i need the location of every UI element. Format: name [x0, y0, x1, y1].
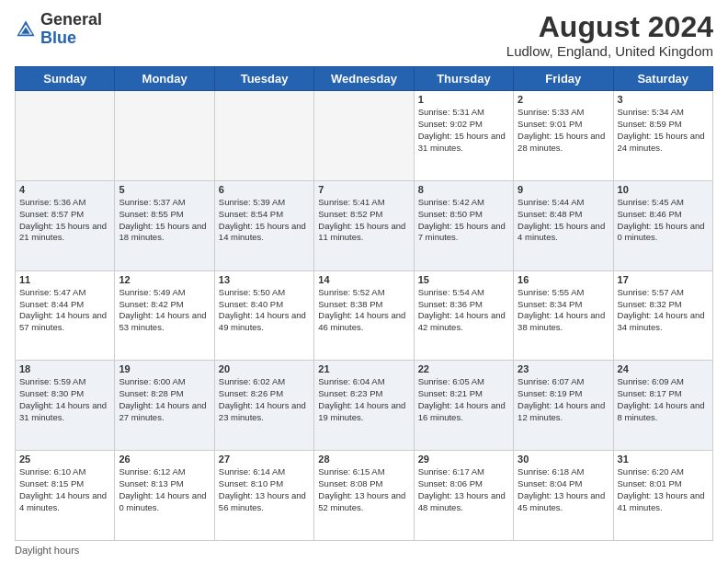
- day-info: Sunrise: 5:45 AM Sunset: 8:46 PM Dayligh…: [618, 197, 709, 244]
- calendar-cell: 17Sunrise: 5:57 AM Sunset: 8:32 PM Dayli…: [613, 270, 712, 361]
- calendar-cell: [16, 91, 115, 181]
- logo-general-text: General: [40, 10, 102, 29]
- footer-note: Daylight hours: [15, 545, 713, 556]
- day-info: Sunrise: 6:05 AM Sunset: 8:21 PM Dayligh…: [418, 376, 509, 423]
- calendar-header-row: SundayMondayTuesdayWednesdayThursdayFrid…: [16, 67, 713, 91]
- day-info: Sunrise: 5:55 AM Sunset: 8:34 PM Dayligh…: [518, 287, 609, 334]
- calendar-cell: 28Sunrise: 6:15 AM Sunset: 8:08 PM Dayli…: [314, 451, 414, 541]
- calendar-cell: 25Sunrise: 6:10 AM Sunset: 8:15 PM Dayli…: [16, 451, 115, 541]
- day-number: 18: [19, 363, 110, 374]
- day-number: 20: [219, 363, 310, 374]
- day-number: 29: [418, 454, 509, 465]
- day-info: Sunrise: 6:17 AM Sunset: 8:06 PM Dayligh…: [418, 466, 509, 513]
- calendar-cell: 8Sunrise: 5:42 AM Sunset: 8:50 PM Daylig…: [414, 180, 513, 270]
- calendar-cell: [314, 91, 414, 181]
- calendar-cell: 3Sunrise: 5:34 AM Sunset: 8:59 PM Daylig…: [613, 91, 712, 181]
- day-info: Sunrise: 5:41 AM Sunset: 8:52 PM Dayligh…: [318, 197, 409, 244]
- calendar-cell: 16Sunrise: 5:55 AM Sunset: 8:34 PM Dayli…: [514, 270, 613, 361]
- calendar-cell: 23Sunrise: 6:07 AM Sunset: 8:19 PM Dayli…: [514, 361, 613, 451]
- calendar-cell: 22Sunrise: 6:05 AM Sunset: 8:21 PM Dayli…: [414, 361, 513, 451]
- calendar-cell: 6Sunrise: 5:39 AM Sunset: 8:54 PM Daylig…: [214, 180, 313, 270]
- calendar-cell: 9Sunrise: 5:44 AM Sunset: 8:48 PM Daylig…: [514, 180, 613, 270]
- day-info: Sunrise: 6:10 AM Sunset: 8:15 PM Dayligh…: [19, 466, 110, 513]
- day-number: 22: [418, 363, 509, 374]
- day-info: Sunrise: 5:59 AM Sunset: 8:30 PM Dayligh…: [19, 376, 110, 423]
- day-number: 5: [119, 184, 210, 195]
- title-block: August 2024 Ludlow, England, United King…: [506, 11, 713, 59]
- day-info: Sunrise: 5:36 AM Sunset: 8:57 PM Dayligh…: [19, 197, 110, 244]
- day-number: 12: [119, 274, 210, 285]
- calendar-cell: 14Sunrise: 5:52 AM Sunset: 8:38 PM Dayli…: [314, 270, 414, 361]
- daylight-label: Daylight hours: [15, 545, 79, 556]
- calendar-cell: 4Sunrise: 5:36 AM Sunset: 8:57 PM Daylig…: [16, 180, 115, 270]
- calendar-cell: [214, 91, 313, 181]
- day-number: 3: [618, 94, 709, 105]
- calendar-cell: 19Sunrise: 6:00 AM Sunset: 8:28 PM Dayli…: [115, 361, 214, 451]
- calendar-cell: 10Sunrise: 5:45 AM Sunset: 8:46 PM Dayli…: [613, 180, 712, 270]
- day-info: Sunrise: 5:57 AM Sunset: 8:32 PM Dayligh…: [618, 287, 709, 334]
- calendar-cell: 31Sunrise: 6:20 AM Sunset: 8:01 PM Dayli…: [613, 451, 712, 541]
- day-number: 30: [518, 454, 609, 465]
- day-number: 11: [19, 274, 110, 285]
- calendar-cell: 7Sunrise: 5:41 AM Sunset: 8:52 PM Daylig…: [314, 180, 414, 270]
- day-info: Sunrise: 5:47 AM Sunset: 8:44 PM Dayligh…: [19, 287, 110, 334]
- day-info: Sunrise: 6:09 AM Sunset: 8:17 PM Dayligh…: [618, 376, 709, 423]
- calendar-table: SundayMondayTuesdayWednesdayThursdayFrid…: [15, 66, 713, 541]
- logo-text: General Blue: [40, 11, 102, 48]
- day-info: Sunrise: 6:00 AM Sunset: 8:28 PM Dayligh…: [119, 376, 210, 423]
- calendar-cell: 1Sunrise: 5:31 AM Sunset: 9:02 PM Daylig…: [414, 91, 513, 181]
- calendar-cell: 21Sunrise: 6:04 AM Sunset: 8:23 PM Dayli…: [314, 361, 414, 451]
- calendar-cell: 26Sunrise: 6:12 AM Sunset: 8:13 PM Dayli…: [115, 451, 214, 541]
- day-number: 25: [19, 454, 110, 465]
- day-number: 19: [119, 363, 210, 374]
- day-info: Sunrise: 5:42 AM Sunset: 8:50 PM Dayligh…: [418, 197, 509, 244]
- day-number: 8: [418, 184, 509, 195]
- day-number: 6: [219, 184, 310, 195]
- day-info: Sunrise: 5:50 AM Sunset: 8:40 PM Dayligh…: [219, 287, 310, 334]
- column-header-saturday: Saturday: [613, 67, 712, 91]
- day-number: 17: [618, 274, 709, 285]
- day-info: Sunrise: 6:20 AM Sunset: 8:01 PM Dayligh…: [618, 466, 709, 513]
- calendar-cell: 29Sunrise: 6:17 AM Sunset: 8:06 PM Dayli…: [414, 451, 513, 541]
- calendar-cell: 12Sunrise: 5:49 AM Sunset: 8:42 PM Dayli…: [115, 270, 214, 361]
- calendar-week-5: 25Sunrise: 6:10 AM Sunset: 8:15 PM Dayli…: [16, 451, 713, 541]
- day-number: 14: [318, 274, 409, 285]
- header: General Blue August 2024 Ludlow, England…: [15, 11, 713, 59]
- calendar-week-3: 11Sunrise: 5:47 AM Sunset: 8:44 PM Dayli…: [16, 270, 713, 361]
- day-info: Sunrise: 5:52 AM Sunset: 8:38 PM Dayligh…: [318, 287, 409, 334]
- day-info: Sunrise: 6:02 AM Sunset: 8:26 PM Dayligh…: [219, 376, 310, 423]
- day-number: 31: [618, 454, 709, 465]
- calendar-cell: 13Sunrise: 5:50 AM Sunset: 8:40 PM Dayli…: [214, 270, 313, 361]
- day-number: 15: [418, 274, 509, 285]
- logo: General Blue: [15, 11, 102, 48]
- column-header-tuesday: Tuesday: [214, 67, 313, 91]
- column-header-sunday: Sunday: [16, 67, 115, 91]
- day-number: 27: [219, 454, 310, 465]
- page: General Blue August 2024 Ludlow, England…: [0, 0, 728, 563]
- calendar-cell: 24Sunrise: 6:09 AM Sunset: 8:17 PM Dayli…: [613, 361, 712, 451]
- day-number: 13: [219, 274, 310, 285]
- day-number: 10: [618, 184, 709, 195]
- day-info: Sunrise: 6:07 AM Sunset: 8:19 PM Dayligh…: [518, 376, 609, 423]
- day-number: 1: [418, 94, 509, 105]
- calendar-week-1: 1Sunrise: 5:31 AM Sunset: 9:02 PM Daylig…: [16, 91, 713, 181]
- month-year: August 2024: [506, 11, 713, 43]
- calendar-cell: 11Sunrise: 5:47 AM Sunset: 8:44 PM Dayli…: [16, 270, 115, 361]
- day-number: 2: [518, 94, 609, 105]
- day-info: Sunrise: 5:31 AM Sunset: 9:02 PM Dayligh…: [418, 107, 509, 154]
- day-info: Sunrise: 5:49 AM Sunset: 8:42 PM Dayligh…: [119, 287, 210, 334]
- logo-blue-text: Blue: [40, 29, 76, 47]
- day-info: Sunrise: 5:39 AM Sunset: 8:54 PM Dayligh…: [219, 197, 310, 244]
- calendar-cell: 15Sunrise: 5:54 AM Sunset: 8:36 PM Dayli…: [414, 270, 513, 361]
- day-info: Sunrise: 6:12 AM Sunset: 8:13 PM Dayligh…: [119, 466, 210, 513]
- day-number: 9: [518, 184, 609, 195]
- day-number: 24: [618, 363, 709, 374]
- calendar-cell: 27Sunrise: 6:14 AM Sunset: 8:10 PM Dayli…: [214, 451, 313, 541]
- day-info: Sunrise: 5:34 AM Sunset: 8:59 PM Dayligh…: [618, 107, 709, 154]
- day-number: 16: [518, 274, 609, 285]
- day-info: Sunrise: 6:15 AM Sunset: 8:08 PM Dayligh…: [318, 466, 409, 513]
- calendar-cell: 2Sunrise: 5:33 AM Sunset: 9:01 PM Daylig…: [514, 91, 613, 181]
- day-info: Sunrise: 6:04 AM Sunset: 8:23 PM Dayligh…: [318, 376, 409, 423]
- location: Ludlow, England, United Kingdom: [506, 43, 713, 59]
- day-info: Sunrise: 5:54 AM Sunset: 8:36 PM Dayligh…: [418, 287, 509, 334]
